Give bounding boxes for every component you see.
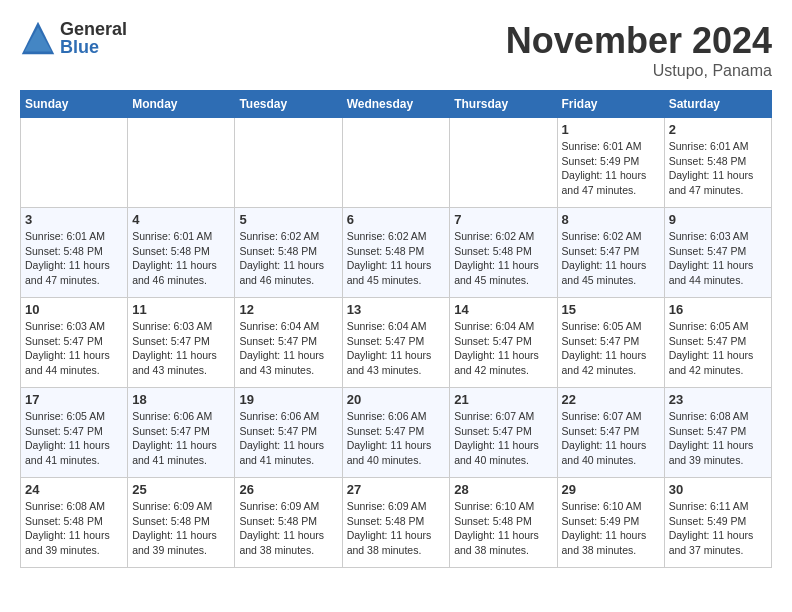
day-number: 24 [25,482,123,497]
calendar-cell [342,118,450,208]
calendar-cell: 24Sunrise: 6:08 AM Sunset: 5:48 PM Dayli… [21,478,128,568]
calendar-cell: 16Sunrise: 6:05 AM Sunset: 5:47 PM Dayli… [664,298,771,388]
day-number: 26 [239,482,337,497]
calendar-cell [128,118,235,208]
month-title: November 2024 [506,20,772,62]
day-info: Sunrise: 6:01 AM Sunset: 5:49 PM Dayligh… [562,139,660,198]
logo-general-text: General [60,20,127,38]
day-of-week-header: Friday [557,91,664,118]
logo-icon [20,20,56,56]
calendar-cell: 25Sunrise: 6:09 AM Sunset: 5:48 PM Dayli… [128,478,235,568]
calendar-cell [235,118,342,208]
day-of-week-header: Tuesday [235,91,342,118]
day-number: 18 [132,392,230,407]
day-info: Sunrise: 6:07 AM Sunset: 5:47 PM Dayligh… [562,409,660,468]
page-header: General Blue November 2024 Ustupo, Panam… [20,20,772,80]
calendar-cell [21,118,128,208]
day-info: Sunrise: 6:03 AM Sunset: 5:47 PM Dayligh… [132,319,230,378]
day-info: Sunrise: 6:11 AM Sunset: 5:49 PM Dayligh… [669,499,767,558]
day-info: Sunrise: 6:09 AM Sunset: 5:48 PM Dayligh… [239,499,337,558]
calendar-cell: 3Sunrise: 6:01 AM Sunset: 5:48 PM Daylig… [21,208,128,298]
day-info: Sunrise: 6:07 AM Sunset: 5:47 PM Dayligh… [454,409,552,468]
calendar-cell: 13Sunrise: 6:04 AM Sunset: 5:47 PM Dayli… [342,298,450,388]
day-number: 11 [132,302,230,317]
calendar-cell: 27Sunrise: 6:09 AM Sunset: 5:48 PM Dayli… [342,478,450,568]
day-info: Sunrise: 6:02 AM Sunset: 5:48 PM Dayligh… [347,229,446,288]
logo: General Blue [20,20,127,56]
day-info: Sunrise: 6:02 AM Sunset: 5:47 PM Dayligh… [562,229,660,288]
calendar-cell: 19Sunrise: 6:06 AM Sunset: 5:47 PM Dayli… [235,388,342,478]
calendar-cell: 17Sunrise: 6:05 AM Sunset: 5:47 PM Dayli… [21,388,128,478]
calendar-week-row: 17Sunrise: 6:05 AM Sunset: 5:47 PM Dayli… [21,388,772,478]
calendar-cell: 8Sunrise: 6:02 AM Sunset: 5:47 PM Daylig… [557,208,664,298]
day-number: 6 [347,212,446,227]
day-info: Sunrise: 6:10 AM Sunset: 5:49 PM Dayligh… [562,499,660,558]
day-number: 29 [562,482,660,497]
day-number: 28 [454,482,552,497]
day-info: Sunrise: 6:01 AM Sunset: 5:48 PM Dayligh… [132,229,230,288]
day-number: 2 [669,122,767,137]
calendar-week-row: 3Sunrise: 6:01 AM Sunset: 5:48 PM Daylig… [21,208,772,298]
day-number: 30 [669,482,767,497]
day-number: 12 [239,302,337,317]
calendar-cell: 1Sunrise: 6:01 AM Sunset: 5:49 PM Daylig… [557,118,664,208]
calendar-cell: 21Sunrise: 6:07 AM Sunset: 5:47 PM Dayli… [450,388,557,478]
location-text: Ustupo, Panama [506,62,772,80]
day-info: Sunrise: 6:03 AM Sunset: 5:47 PM Dayligh… [25,319,123,378]
day-number: 10 [25,302,123,317]
calendar-week-row: 1Sunrise: 6:01 AM Sunset: 5:49 PM Daylig… [21,118,772,208]
day-info: Sunrise: 6:09 AM Sunset: 5:48 PM Dayligh… [132,499,230,558]
day-info: Sunrise: 6:04 AM Sunset: 5:47 PM Dayligh… [454,319,552,378]
svg-marker-1 [25,27,52,51]
day-info: Sunrise: 6:02 AM Sunset: 5:48 PM Dayligh… [454,229,552,288]
day-info: Sunrise: 6:08 AM Sunset: 5:47 PM Dayligh… [669,409,767,468]
calendar-cell: 18Sunrise: 6:06 AM Sunset: 5:47 PM Dayli… [128,388,235,478]
day-info: Sunrise: 6:08 AM Sunset: 5:48 PM Dayligh… [25,499,123,558]
day-number: 8 [562,212,660,227]
day-number: 17 [25,392,123,407]
day-info: Sunrise: 6:03 AM Sunset: 5:47 PM Dayligh… [669,229,767,288]
calendar-cell: 10Sunrise: 6:03 AM Sunset: 5:47 PM Dayli… [21,298,128,388]
calendar-cell [450,118,557,208]
day-number: 21 [454,392,552,407]
day-number: 9 [669,212,767,227]
calendar-cell: 7Sunrise: 6:02 AM Sunset: 5:48 PM Daylig… [450,208,557,298]
day-info: Sunrise: 6:01 AM Sunset: 5:48 PM Dayligh… [25,229,123,288]
day-number: 22 [562,392,660,407]
day-info: Sunrise: 6:06 AM Sunset: 5:47 PM Dayligh… [347,409,446,468]
calendar-cell: 4Sunrise: 6:01 AM Sunset: 5:48 PM Daylig… [128,208,235,298]
calendar-cell: 26Sunrise: 6:09 AM Sunset: 5:48 PM Dayli… [235,478,342,568]
logo-blue-text: Blue [60,38,127,56]
day-info: Sunrise: 6:06 AM Sunset: 5:47 PM Dayligh… [239,409,337,468]
day-number: 19 [239,392,337,407]
calendar-cell: 20Sunrise: 6:06 AM Sunset: 5:47 PM Dayli… [342,388,450,478]
calendar-cell: 12Sunrise: 6:04 AM Sunset: 5:47 PM Dayli… [235,298,342,388]
calendar-week-row: 24Sunrise: 6:08 AM Sunset: 5:48 PM Dayli… [21,478,772,568]
day-info: Sunrise: 6:09 AM Sunset: 5:48 PM Dayligh… [347,499,446,558]
calendar-week-row: 10Sunrise: 6:03 AM Sunset: 5:47 PM Dayli… [21,298,772,388]
day-of-week-header: Wednesday [342,91,450,118]
calendar-cell: 5Sunrise: 6:02 AM Sunset: 5:48 PM Daylig… [235,208,342,298]
day-number: 27 [347,482,446,497]
calendar-table: SundayMondayTuesdayWednesdayThursdayFrid… [20,90,772,568]
day-info: Sunrise: 6:05 AM Sunset: 5:47 PM Dayligh… [562,319,660,378]
day-number: 13 [347,302,446,317]
day-of-week-header: Monday [128,91,235,118]
day-number: 5 [239,212,337,227]
day-info: Sunrise: 6:06 AM Sunset: 5:47 PM Dayligh… [132,409,230,468]
day-info: Sunrise: 6:01 AM Sunset: 5:48 PM Dayligh… [669,139,767,198]
calendar-cell: 30Sunrise: 6:11 AM Sunset: 5:49 PM Dayli… [664,478,771,568]
calendar-header-row: SundayMondayTuesdayWednesdayThursdayFrid… [21,91,772,118]
calendar-cell: 23Sunrise: 6:08 AM Sunset: 5:47 PM Dayli… [664,388,771,478]
day-info: Sunrise: 6:05 AM Sunset: 5:47 PM Dayligh… [669,319,767,378]
day-number: 4 [132,212,230,227]
day-info: Sunrise: 6:10 AM Sunset: 5:48 PM Dayligh… [454,499,552,558]
calendar-cell: 6Sunrise: 6:02 AM Sunset: 5:48 PM Daylig… [342,208,450,298]
calendar-cell: 29Sunrise: 6:10 AM Sunset: 5:49 PM Dayli… [557,478,664,568]
calendar-cell: 22Sunrise: 6:07 AM Sunset: 5:47 PM Dayli… [557,388,664,478]
day-number: 16 [669,302,767,317]
day-info: Sunrise: 6:05 AM Sunset: 5:47 PM Dayligh… [25,409,123,468]
title-block: November 2024 Ustupo, Panama [506,20,772,80]
calendar-cell: 14Sunrise: 6:04 AM Sunset: 5:47 PM Dayli… [450,298,557,388]
calendar-cell: 11Sunrise: 6:03 AM Sunset: 5:47 PM Dayli… [128,298,235,388]
